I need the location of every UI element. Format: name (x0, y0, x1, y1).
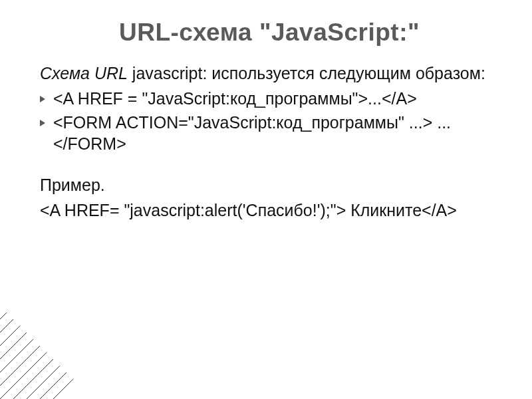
svg-line-3 (0, 253, 200, 399)
intro-lead-italic: Схема URL (40, 64, 128, 82)
svg-line-15 (0, 253, 146, 399)
svg-line-21 (0, 253, 66, 346)
svg-line-20 (0, 253, 80, 359)
svg-line-6 (0, 253, 200, 399)
svg-line-22 (0, 253, 53, 332)
svg-line-14 (0, 253, 160, 399)
slide: URL-схема "JavaScript:" Схема URL javasc… (0, 0, 532, 399)
svg-line-10 (0, 253, 200, 399)
svg-line-2 (0, 253, 200, 399)
bullet-text: <A HREF = "JavaScript:код_программы">...… (53, 89, 417, 108)
svg-line-11 (0, 253, 200, 399)
svg-line-25 (0, 253, 13, 293)
svg-line-5 (0, 253, 200, 399)
svg-line-7 (0, 253, 200, 399)
bullet-item: <FORM ACTION="JavaScript:код_программы" … (40, 112, 499, 154)
svg-line-12 (0, 253, 186, 399)
intro-rest: javascript: используется следующим образ… (128, 64, 485, 82)
slide-body: Схема URL javascript: используется следу… (40, 63, 499, 221)
svg-line-9 (0, 253, 200, 399)
slide-title: URL-схема "JavaScript:" (40, 19, 499, 47)
corner-hatch-decoration (0, 253, 200, 399)
svg-line-17 (0, 253, 120, 399)
svg-line-13 (0, 253, 173, 399)
spacer (40, 157, 499, 174)
svg-line-1 (0, 253, 200, 399)
example-label: Пример. (40, 174, 499, 196)
svg-line-16 (0, 253, 133, 399)
svg-line-18 (0, 253, 106, 386)
svg-line-8 (0, 253, 200, 399)
intro-line: Схема URL javascript: используется следу… (40, 63, 499, 84)
bullet-text: <FORM ACTION="JavaScript:код_программы" … (53, 113, 451, 153)
svg-line-19 (0, 253, 93, 372)
example-code: <A HREF= "javascript:alert('Спасибо!');"… (40, 200, 499, 221)
svg-line-24 (0, 253, 27, 306)
svg-line-4 (0, 253, 200, 399)
svg-line-23 (0, 253, 40, 319)
bullet-item: <A HREF = "JavaScript:код_программы">...… (40, 88, 499, 109)
